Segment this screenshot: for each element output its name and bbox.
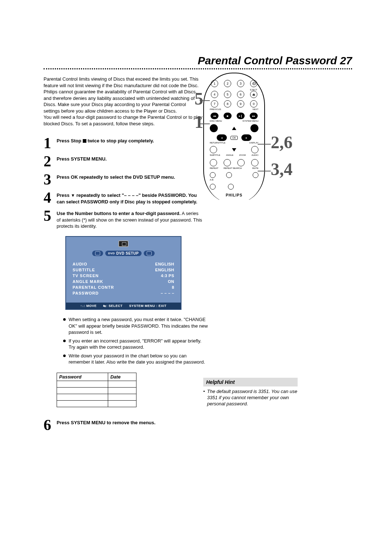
osd-tabs: DVDDVD SETUP — [66, 250, 181, 259]
subtitle-key — [210, 159, 217, 166]
power-key: ⏻ — [250, 80, 257, 87]
title-text: Parental Control Password — [198, 54, 337, 66]
table-row — [57, 381, 136, 387]
previous-label: PREVIOUS — [210, 108, 221, 110]
key-9: 9 — [237, 100, 244, 108]
step-number: 6 — [44, 417, 57, 433]
down-arrow-icon: ▼ — [71, 193, 75, 198]
sub-angle-zoom-audio-labels: SUBTITLE ANGLE ZOOM AUDIO — [204, 153, 264, 156]
angle-label: ANGLE — [226, 154, 233, 156]
step-2-text: Press SYSTEM MENU. — [57, 156, 107, 162]
step-4-text-a: Press — [57, 193, 71, 198]
osd-tab-right — [144, 251, 155, 256]
keypad-row-1: 1 2 3 ⏻ — [204, 80, 264, 87]
step-3: 3 Press OK repeatedly to select the DVD … — [44, 172, 203, 187]
audio-label: AUDIO — [252, 154, 258, 156]
stop-key: ■ — [224, 113, 232, 119]
intro-block: Parental Control limits viewing of Discs… — [44, 76, 203, 127]
key-1: 1 — [211, 80, 218, 87]
angle-key — [224, 159, 231, 166]
osd-key: PASSWORD — [73, 291, 99, 295]
key-0: 0 — [250, 100, 257, 108]
pw-header-date: Date — [108, 373, 136, 381]
return-title-key — [210, 146, 217, 153]
right-key: ▸ — [241, 134, 252, 141]
mute-key — [253, 172, 258, 178]
return-display-labels: RETURN/TITLE DISPLAY — [204, 141, 264, 144]
repeat-search-key — [226, 172, 232, 178]
helpful-hint-title: Helpful Hint — [203, 378, 298, 386]
table-row — [57, 400, 136, 407]
down-arrow-key — [232, 148, 236, 151]
osd-row: SUBTITLEENGLISH — [73, 267, 174, 273]
step-5-text-bold: Use the Number buttons to enter a four-d… — [57, 211, 181, 216]
osd-row: ANGLE MARKON — [73, 279, 174, 284]
key-6: 6 — [237, 91, 244, 98]
dvd-setup-prefix: DVD — [108, 252, 115, 255]
left-key: ◂ — [217, 134, 227, 141]
pw-header-password: Password — [57, 373, 108, 381]
osd-key: PARENTAL CONTR — [73, 285, 114, 289]
osd-key: ANGLE MARK — [73, 279, 103, 284]
osd-key: AUDIO — [73, 262, 87, 266]
table-row — [57, 394, 136, 400]
step-6: 6 Press SYSTEM MENU to remove the menus. — [44, 417, 203, 433]
ab-key — [210, 184, 216, 190]
osd-value: ENGLISH — [155, 262, 174, 266]
next-label: NEXT — [253, 108, 258, 110]
function-row-3 — [204, 181, 264, 190]
osd-value: ON — [168, 279, 175, 284]
intro-paragraph-1: Parental Control limits viewing of Discs… — [44, 76, 203, 114]
osd-foot-exit: SYSTEM MENU : EXIT — [129, 304, 167, 308]
callout-2-6: 2,6 — [271, 134, 293, 151]
note-bullet: If you enter an incorrect password, "ERR… — [63, 338, 208, 351]
repeat-search-label: REPEAT SEARCH — [224, 167, 242, 169]
step-4-text-b: repeatedly to select "– – – –" beside PA… — [57, 193, 197, 204]
intro-paragraph-2: You will need a four-digit password to c… — [44, 114, 203, 127]
step-1-text-a: Press Stop — [57, 138, 83, 143]
callout-3-4: 3,4 — [271, 161, 293, 178]
function-row-2 — [204, 169, 264, 178]
eject-key: ⏏ — [250, 91, 257, 98]
osd-value: 4:3 PS — [161, 274, 174, 278]
zoom-key — [237, 159, 245, 166]
osd-top-icon-row — [66, 237, 181, 250]
key-4: 4 — [211, 91, 218, 98]
blank-key — [228, 184, 234, 190]
tab-icon — [147, 251, 152, 255]
table-row — [57, 387, 136, 394]
prev-key: ◂◂ — [211, 113, 219, 119]
note-bullet: Write down your password in the chart be… — [63, 353, 208, 365]
menu-row — [204, 122, 264, 132]
next-key: ▸▸ — [250, 113, 258, 119]
osd-foot-move: ↑↓: MOVE — [80, 304, 97, 308]
tv-icon — [118, 240, 128, 247]
page-number: 27 — [340, 54, 352, 66]
helpful-hint-body: The default password is 3351. You can us… — [207, 389, 298, 407]
osd-option-list: AUDIOENGLISHSUBTITLEENGLISHTV SCREEN4:3 … — [66, 259, 181, 303]
repeat-key — [210, 172, 216, 178]
return-title-label: RETURN/TITLE — [210, 142, 225, 144]
audio-key — [251, 159, 258, 166]
stop-icon — [83, 139, 86, 143]
ok-key: OK — [230, 136, 238, 140]
disc-menu-key — [210, 124, 218, 132]
step-number: 4 — [44, 190, 57, 205]
ab-label: A-B — [210, 179, 213, 181]
step-1: 1 Press Stop twice to stop play complete… — [44, 135, 203, 151]
keypad-row-2: 4 5 6 ⏏ — [204, 91, 264, 98]
note-bullet: When setting a new password, you must en… — [63, 316, 208, 336]
osd-tab-dvd-setup: DVDDVD SETUP — [105, 251, 142, 256]
step-number: 5 — [44, 208, 57, 223]
disc-menu-label: DISC MENU — [210, 120, 222, 122]
zoom-label: ZOOM — [239, 154, 246, 156]
function-row-1 — [204, 156, 264, 166]
transport-row: ◂◂ ■ ▸❙ ▸▸ — [204, 110, 264, 119]
step-6-wrap: 6 Press SYSTEM MENU to remove the menus. — [44, 417, 203, 433]
up-arrow-key — [232, 127, 236, 130]
tab-icon — [95, 251, 100, 255]
remote-body: 1 2 3 ⏻ EJECT 4 5 6 ⏏ 7 8 9 0 PREVIOUS N… — [203, 73, 265, 203]
osd-foot-select: ⇆: SELECT — [103, 304, 123, 308]
osd-value: ENGLISH — [155, 268, 174, 272]
osd-value: – – – – — [161, 291, 174, 295]
